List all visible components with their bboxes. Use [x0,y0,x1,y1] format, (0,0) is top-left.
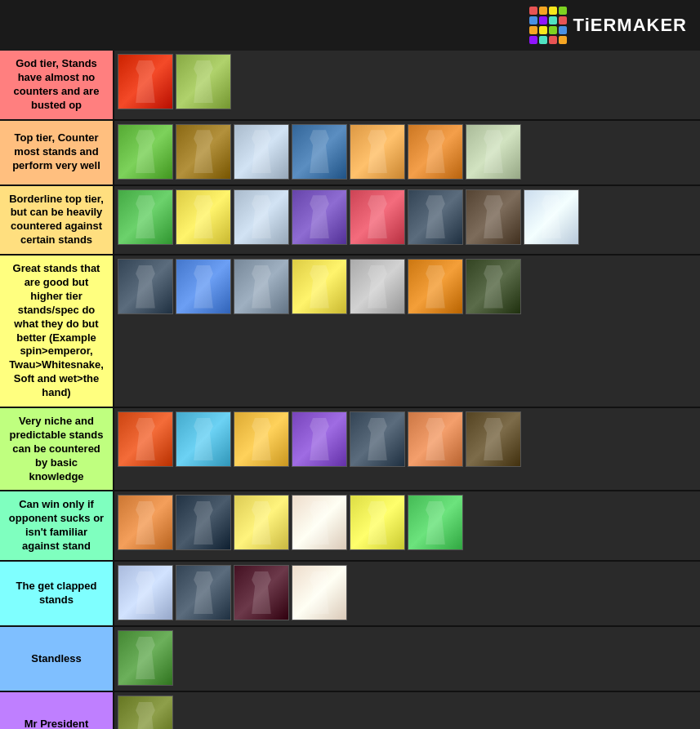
stand-mrpres-1 [118,696,173,729]
stand-great-1 [118,259,173,314]
tiermaker-logo: TiERMAKER [529,7,687,44]
stand-border-8 [524,189,579,245]
tier-content-god [114,51,700,119]
stand-top-1 [118,124,173,180]
stand-great-2 [176,259,231,314]
tier-content-mrpres [114,692,700,729]
stand-clapped-4 [292,565,347,620]
tier-label-clapped: The get clapped stands [0,562,114,625]
tier-label-god: God tier, Stands have almost no counters… [0,51,114,119]
tier-label-top: Top tier, Counter most stands and perfor… [0,121,114,184]
stand-border-4 [292,189,347,245]
stand-niche-7 [466,411,521,467]
stand-border-1 [118,189,173,245]
stand-top-6 [408,124,463,180]
logo-text: TiERMAKER [573,15,687,36]
stand-niche-2 [176,411,231,467]
tier-row-niche: Very niche and predictable stands can be… [0,408,700,491]
stand-niche-6 [408,411,463,467]
tier-row-great: Great stands that are good but higher ti… [0,256,700,408]
tier-row-mrpres: Mr President [0,692,700,729]
stand-great-7 [466,259,521,314]
tier-content-niche [114,408,700,490]
stand-top-4 [292,124,347,180]
tier-label-great: Great stands that are good but higher ti… [0,256,114,407]
stand-great-5 [350,259,405,314]
stand-canwin-1 [118,495,173,550]
stand-great-4 [292,259,347,314]
stand-great-3 [234,259,289,314]
stand-niche-5 [350,411,405,467]
tier-row-god: God tier, Stands have almost no counters… [0,51,700,121]
stand-niche-4 [292,411,347,467]
stand-canwin-3 [234,495,289,550]
tier-row-clapped: The get clapped stands [0,562,700,627]
stand-clapped-2 [176,565,231,620]
tier-content-top [114,121,700,184]
tier-row-top: Top tier, Counter most stands and perfor… [0,121,700,186]
tier-list: God tier, Stands have almost no counters… [0,51,700,729]
stand-standless-1 [118,630,173,686]
tier-content-standless [114,627,700,691]
tier-row-standless: Standless [0,627,700,692]
stand-border-6 [408,189,463,245]
tier-row-canwin: Can win only if opponent sucks or isn't … [0,491,700,562]
stand-great-6 [408,259,463,314]
stand-top-2 [176,124,231,180]
stand-clapped-3 [234,565,289,620]
tier-content-great [114,256,700,407]
stand-clapped-1 [118,565,173,620]
stand-top-3 [234,124,289,180]
tier-row-borderline: Borderline top tier, but can be heavily … [0,186,700,256]
stand-border-5 [350,189,405,245]
tier-label-mrpres: Mr President [0,692,114,729]
stand-god-2 [176,54,231,109]
tier-label-borderline: Borderline top tier, but can be heavily … [0,186,114,255]
header: TiERMAKER [0,0,700,51]
stand-top-5 [350,124,405,180]
stand-niche-3 [234,411,289,467]
tier-content-clapped [114,562,700,625]
stand-border-7 [466,189,521,245]
stand-canwin-4 [292,495,347,550]
tier-content-canwin [114,491,700,560]
stand-canwin-5 [350,495,405,550]
stand-god-1 [118,54,173,109]
stand-border-2 [176,189,231,245]
stand-border-3 [234,189,289,245]
stand-canwin-2 [176,495,231,550]
stand-canwin-6 [408,495,463,550]
logo-grid-icon [529,7,567,44]
stand-top-7 [466,124,521,180]
tier-label-niche: Very niche and predictable stands can be… [0,408,114,490]
stand-niche-1 [118,411,173,467]
tier-content-borderline [114,186,700,255]
tier-label-standless: Standless [0,627,114,691]
tier-label-canwin: Can win only if opponent sucks or isn't … [0,491,114,560]
